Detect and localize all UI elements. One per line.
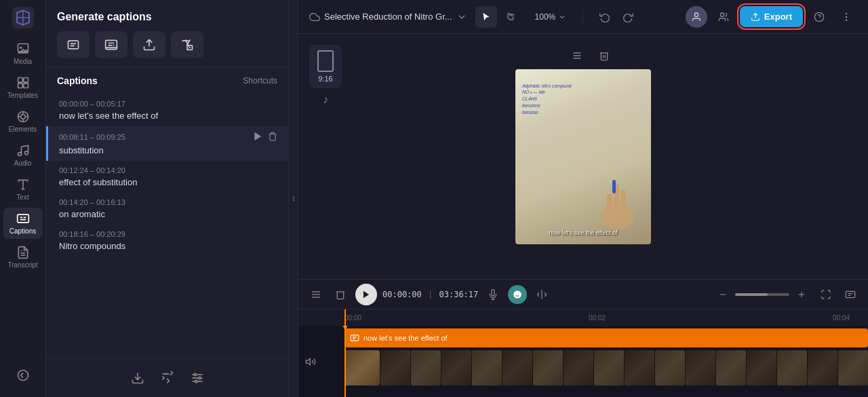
play-pause-button[interactable] [355, 284, 377, 305]
panel-header: Generate captions [46, 0, 288, 67]
svg-point-35 [293, 200, 294, 201]
rearrange-playback-button[interactable] [307, 285, 326, 304]
zoom-value: 100% [535, 12, 556, 22]
zoom-in-button[interactable] [792, 285, 811, 304]
sidebar-item-elements-label: Elements [9, 126, 37, 133]
topbar-right: Export [686, 6, 857, 28]
fullscreen-icon [821, 289, 831, 300]
project-name-area[interactable]: Selective Reduction of Nitro Gr... [309, 12, 467, 22]
zoom-chevron-icon [558, 13, 566, 21]
svg-rect-8 [23, 83, 28, 88]
sidebar-item-transcript[interactable]: Transcript [3, 242, 43, 273]
sidebar-item-elements[interactable]: Elements [3, 106, 43, 137]
cloud-icon [309, 12, 320, 22]
sidebar-item-captions[interactable]: Captions [3, 208, 43, 239]
svg-rect-47 [620, 190, 626, 221]
emoji-button[interactable] [508, 285, 527, 304]
sidebar-item-text[interactable]: Text [3, 174, 43, 205]
caption-item-5[interactable]: 00:18:16 – 00:20:29 Nitro compounds [46, 225, 288, 257]
user-avatar-icon [691, 12, 702, 22]
svg-point-31 [198, 377, 200, 379]
transcript-icon [16, 246, 30, 259]
caption-time-2: 00:08:11 – 00:09:25 [59, 132, 277, 143]
ruler-mark-0: 00:00 [344, 314, 361, 322]
svg-marker-25 [255, 133, 260, 140]
caption-time-4: 00:14:20 – 00:16:13 [59, 198, 277, 206]
microphone-button[interactable] [484, 285, 502, 304]
auto-captions-button[interactable] [57, 31, 90, 58]
sidebar-item-audio-label: Audio [14, 159, 32, 167]
translate-button[interactable] [171, 31, 203, 58]
zoom-out-button[interactable] [713, 285, 732, 304]
rearrange-button[interactable] [566, 45, 588, 67]
caption-item-3[interactable]: 00:12:24 – 00:14:20 effect of substituti… [46, 161, 288, 193]
hand-svg [593, 170, 641, 231]
video-writing-text: Aliphatic nitro compund NO₂ — lab CL4H6 … [522, 83, 572, 116]
panel-collapse-handle[interactable] [289, 0, 298, 397]
timeline-tracks: now let's see the effect of [298, 326, 868, 397]
video-frame [441, 350, 471, 385]
ruler-playhead [344, 309, 346, 326]
split-button[interactable] [532, 285, 551, 304]
video-frame [686, 350, 715, 385]
svg-rect-21 [68, 41, 79, 49]
svg-rect-62 [846, 291, 854, 297]
undo-button[interactable] [594, 6, 616, 28]
svg-rect-5 [18, 78, 22, 83]
export-button[interactable]: Export [740, 6, 803, 27]
caption-item-4[interactable]: 00:14:20 – 00:16:13 on aromatic [46, 193, 288, 225]
volume-icon-button[interactable] [304, 355, 317, 368]
svg-point-15 [18, 153, 21, 156]
pointer-tool-button[interactable] [475, 6, 497, 28]
video-frame [808, 350, 837, 385]
help-button[interactable] [808, 6, 830, 28]
delete-icon [599, 50, 610, 61]
svg-point-37 [720, 13, 724, 16]
play-caption-button[interactable] [253, 132, 262, 143]
caption-time-3: 00:12:24 – 00:14:20 [59, 166, 277, 174]
redo-button[interactable] [617, 6, 639, 28]
shortcuts-link[interactable]: Shortcuts [243, 76, 277, 86]
pointer-icon [481, 12, 492, 22]
zoom-fill [735, 293, 768, 296]
download-captions-button[interactable] [127, 367, 149, 389]
app-logo[interactable] [11, 5, 35, 30]
more-options-button[interactable] [835, 6, 857, 28]
playback-bar: 00:00:00 | 03:36:17 [298, 279, 868, 309]
sidebar-collapse-btn[interactable] [3, 364, 43, 392]
video-preview: Aliphatic nitro compund NO₂ — lab CL4H6 … [515, 69, 651, 244]
zoom-control[interactable]: 100% [530, 10, 572, 24]
captions-settings-button[interactable] [186, 367, 208, 389]
sidebar-item-templates[interactable]: Templates [3, 72, 43, 103]
sidebar-item-audio[interactable]: Audio [3, 140, 43, 171]
svg-point-9 [20, 115, 25, 119]
upload-captions-button[interactable] [133, 31, 165, 58]
svg-rect-7 [18, 83, 22, 88]
playhead[interactable] [344, 326, 346, 397]
volume-icon [305, 356, 316, 367]
delete-element-button[interactable] [593, 45, 615, 67]
timeline-ruler: 00:00 00:02 00:04 [298, 309, 868, 326]
caption-item-2[interactable]: 00:08:11 – 00:09:25 substitu [46, 126, 288, 161]
aspect-ratio-card[interactable]: 9:16 [309, 45, 342, 88]
delete-caption-button[interactable] [268, 132, 277, 143]
subtitles-button[interactable] [95, 31, 127, 58]
share-button[interactable] [713, 6, 734, 28]
zoom-slider[interactable] [735, 293, 789, 296]
chevron-down-icon [456, 12, 467, 22]
delete-playback-button[interactable] [331, 285, 350, 304]
fullscreen-button[interactable] [816, 285, 835, 304]
text-icon [16, 178, 30, 191]
caption-item-1[interactable]: 00:00:00 – 00:05:17 now let's see the ef… [46, 94, 288, 126]
captions-toggle-button[interactable] [841, 285, 860, 304]
caption-track[interactable]: now let's see the effect of [344, 328, 868, 347]
hand-tool-button[interactable] [500, 6, 521, 28]
sidebar-item-text-label: Text [16, 193, 28, 201]
video-frame [533, 350, 563, 385]
volume-controls [713, 285, 811, 304]
translate-captions-footer-button[interactable] [157, 367, 178, 389]
sidebar-item-media[interactable]: Media [3, 38, 43, 69]
minus-icon [718, 290, 728, 299]
captions-section-title: Captions [57, 75, 98, 86]
video-frame [838, 350, 868, 385]
